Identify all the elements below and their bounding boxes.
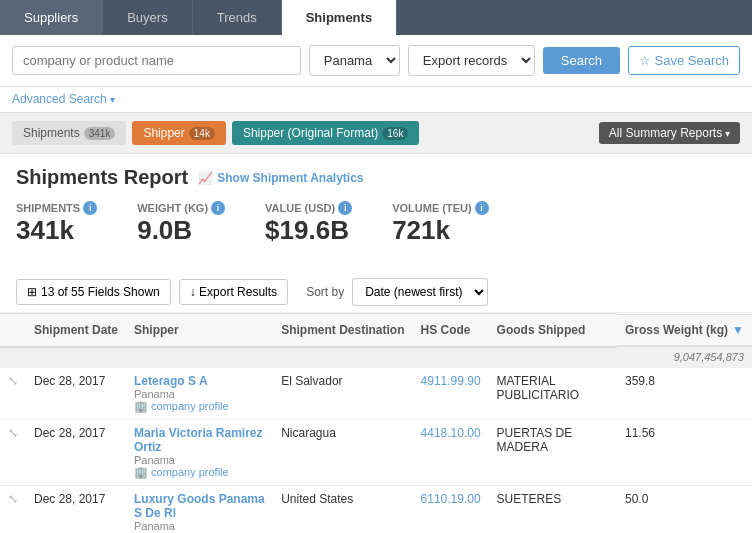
search-input[interactable]	[12, 46, 301, 75]
destination-2: Nicaragua	[273, 419, 412, 485]
table-row: ⤡ Dec 28, 2017 Maria Victoria Ramirez Or…	[0, 419, 752, 485]
filter-tab-shipper-original-badge: 16k	[382, 127, 408, 140]
report-title-row: Shipments Report 📈 Show Shipment Analyti…	[16, 166, 736, 189]
company-profile-2[interactable]: 🏢 company profile	[134, 466, 265, 479]
tab-trends[interactable]: Trends	[193, 0, 282, 35]
stat-shipments-value: 341k	[16, 215, 97, 246]
col-expand	[0, 314, 26, 347]
date-1: Dec 28, 2017	[26, 367, 126, 419]
goods-3: SUETERES	[489, 485, 617, 533]
date-3: Dec 28, 2017	[26, 485, 126, 533]
analytics-link-label: Show Shipment Analytics	[217, 171, 363, 185]
record-type-select[interactable]: Export records	[408, 45, 535, 76]
filter-tab-shipper[interactable]: Shipper 14k	[132, 121, 226, 145]
shipper-name-2[interactable]: Maria Victoria Ramirez Ortiz	[134, 426, 263, 454]
stat-shipments-label: SHIPMENTS i	[16, 201, 97, 215]
col-hscode: HS Code	[413, 314, 489, 347]
shipper-country-2: Panama	[134, 454, 265, 466]
shipper-2: Maria Victoria Ramirez Ortiz Panama 🏢 co…	[126, 419, 273, 485]
weight-filter-icon[interactable]: ▼	[732, 323, 744, 337]
filter-tab-shipments-badge: 341k	[84, 127, 116, 140]
shipper-country-1: Panama	[134, 388, 265, 400]
export-button[interactable]: ↓ Export Results	[179, 279, 288, 305]
stat-value: VALUE (USD) i $19.6B	[265, 201, 352, 246]
country-select[interactable]: Panama	[309, 45, 400, 76]
profile-icon-2: 🏢	[134, 466, 148, 479]
shipper-1: Leterago S A Panama 🏢 company profile	[126, 367, 273, 419]
fields-label: 13 of 55 Fields Shown	[41, 285, 160, 299]
weight-3: 50.0	[617, 485, 752, 533]
col-date: Shipment Date	[26, 314, 126, 347]
nav-tabs: Suppliers Buyers Trends Shipments	[0, 0, 752, 35]
stat-value-label: VALUE (USD) i	[265, 201, 352, 215]
table-row: ⤡ Dec 28, 2017 Luxury Goods Panama S De …	[0, 485, 752, 533]
expand-icon-2[interactable]: ⤡	[0, 419, 26, 485]
expand-icon-1[interactable]: ⤡	[0, 367, 26, 419]
report-title: Shipments Report	[16, 166, 188, 189]
date-2: Dec 28, 2017	[26, 419, 126, 485]
company-profile-1[interactable]: 🏢 company profile	[134, 400, 265, 413]
filter-tab-shipper-badge: 14k	[189, 127, 215, 140]
stat-weight-value: 9.0B	[137, 215, 225, 246]
goods-1: MATERIAL PUBLICITARIO	[489, 367, 617, 419]
tab-buyers[interactable]: Buyers	[103, 0, 192, 35]
summary-reports-button[interactable]: All Summary Reports	[599, 122, 740, 144]
advanced-search-link[interactable]: Advanced Search	[12, 92, 115, 106]
stat-shipments: SHIPMENTS i 341k	[16, 201, 97, 246]
shipper-country-3: Panama	[134, 520, 265, 532]
col-weight: Gross Weight (kg) ▼	[617, 314, 752, 347]
fields-button[interactable]: ⊞ 13 of 55 Fields Shown	[16, 279, 171, 305]
weight-1: 359.8	[617, 367, 752, 419]
weight-info-icon[interactable]: i	[211, 201, 225, 215]
analytics-chart-icon: 📈	[198, 171, 213, 185]
profile-icon-1: 🏢	[134, 400, 148, 413]
weight-2: 11.56	[617, 419, 752, 485]
sort-label: Sort by	[306, 285, 344, 299]
goods-2: PUERTAS DE MADERA	[489, 419, 617, 485]
tab-suppliers[interactable]: Suppliers	[0, 0, 103, 35]
filter-tab-shipper-original-label: Shipper (Original Format)	[243, 126, 378, 140]
stat-volume-value: 721k	[392, 215, 488, 246]
sort-select[interactable]: Date (newest first)	[352, 278, 488, 306]
filter-tab-shipper-label: Shipper	[143, 126, 184, 140]
analytics-link[interactable]: 📈 Show Shipment Analytics	[198, 171, 363, 185]
search-bar: Panama Export records Search ☆ Save Sear…	[0, 35, 752, 87]
hscode-2: 4418.10.00	[413, 419, 489, 485]
filter-tab-shipments-label: Shipments	[23, 126, 80, 140]
subheader-total-weight: 9,047,454,873	[617, 347, 752, 368]
save-search-button[interactable]: ☆ Save Search	[628, 46, 740, 75]
destination-3: United States	[273, 485, 412, 533]
filter-tab-shipper-original[interactable]: Shipper (Original Format) 16k	[232, 121, 420, 145]
table-subheader: 9,047,454,873	[0, 347, 752, 368]
export-label: ↓ Export Results	[190, 285, 277, 299]
fields-icon: ⊞	[27, 285, 37, 299]
stat-weight-label: WEIGHT (KG) i	[137, 201, 225, 215]
data-table: Shipment Date Shipper Shipment Destinati…	[0, 313, 752, 533]
table-controls: ⊞ 13 of 55 Fields Shown ↓ Export Results…	[0, 272, 752, 313]
stat-weight: WEIGHT (KG) i 9.0B	[137, 201, 225, 246]
col-destination: Shipment Destination	[273, 314, 412, 347]
stat-value-value: $19.6B	[265, 215, 352, 246]
tab-shipments[interactable]: Shipments	[282, 0, 397, 35]
hscode-3: 6110.19.00	[413, 485, 489, 533]
advanced-search-bar: Advanced Search	[0, 87, 752, 113]
stat-volume-label: VOLUME (TEU) i	[392, 201, 488, 215]
expand-icon-3[interactable]: ⤡	[0, 485, 26, 533]
filter-tab-shipments[interactable]: Shipments 341k	[12, 121, 126, 145]
shipper-3: Luxury Goods Panama S De Rl Panama 🏢 com…	[126, 485, 273, 533]
table-row: ⤡ Dec 28, 2017 Leterago S A Panama 🏢 com…	[0, 367, 752, 419]
destination-1: El Salvador	[273, 367, 412, 419]
filter-tabs: Shipments 341k Shipper 14k Shipper (Orig…	[0, 113, 752, 154]
col-goods: Goods Shipped	[489, 314, 617, 347]
shipper-name-3[interactable]: Luxury Goods Panama S De Rl	[134, 492, 265, 520]
search-button[interactable]: Search	[543, 47, 620, 74]
volume-info-icon[interactable]: i	[475, 201, 489, 215]
stats-row: SHIPMENTS i 341k WEIGHT (KG) i 9.0B VALU…	[16, 201, 736, 246]
stat-volume: VOLUME (TEU) i 721k	[392, 201, 488, 246]
col-shipper: Shipper	[126, 314, 273, 347]
shipper-name-1[interactable]: Leterago S A	[134, 374, 208, 388]
subheader-empty	[0, 347, 617, 368]
report-section: Shipments Report 📈 Show Shipment Analyti…	[0, 154, 752, 272]
value-info-icon[interactable]: i	[338, 201, 352, 215]
shipments-info-icon[interactable]: i	[83, 201, 97, 215]
